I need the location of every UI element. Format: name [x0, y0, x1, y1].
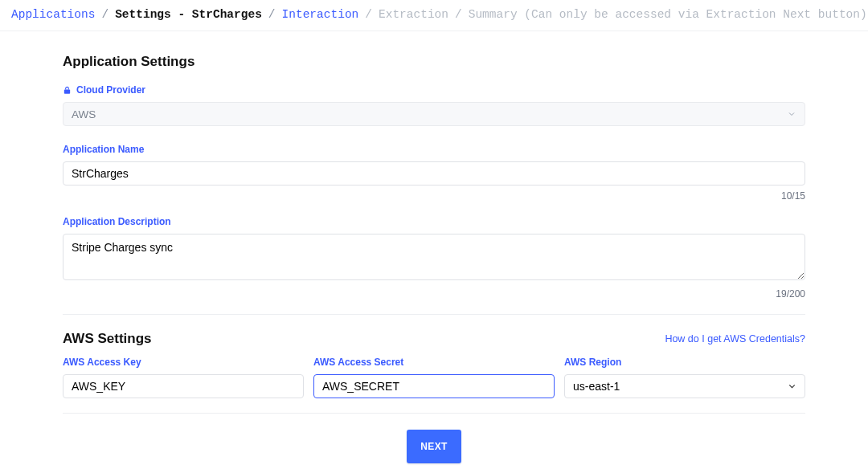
breadcrumb-settings: Settings - StrCharges — [115, 8, 262, 21]
divider — [63, 413, 805, 414]
breadcrumb-interaction[interactable]: Interaction — [282, 8, 359, 21]
chevron-down-icon — [787, 109, 796, 119]
aws-access-secret-input[interactable] — [313, 374, 555, 398]
cloud-provider-label-text: Cloud Provider — [76, 84, 145, 96]
application-name-counter: 10/15 — [63, 190, 805, 202]
aws-settings-title: AWS Settings — [63, 331, 152, 347]
breadcrumb-separator: / — [101, 8, 108, 21]
application-settings-title: Application Settings — [63, 54, 805, 70]
aws-region-select[interactable]: us-east-1 — [564, 374, 805, 398]
breadcrumb-summary: Summary (Can only be accessed via Extrac… — [469, 8, 867, 21]
aws-access-secret-label: AWS Access Secret — [313, 357, 555, 368]
application-description-counter: 19/200 — [63, 288, 805, 300]
application-name-input[interactable] — [63, 161, 805, 186]
svg-rect-0 — [64, 89, 70, 93]
breadcrumb-separator: / — [455, 8, 462, 21]
breadcrumb-separator: / — [268, 8, 276, 21]
application-description-input[interactable]: Stripe Charges sync — [63, 234, 805, 280]
divider — [63, 314, 805, 315]
breadcrumb-applications[interactable]: Applications — [11, 8, 95, 21]
aws-credentials-help-link[interactable]: How do I get AWS Credentials? — [665, 333, 805, 345]
next-button[interactable]: NEXT — [407, 430, 461, 463]
cloud-provider-select: AWS — [63, 102, 805, 126]
aws-region-label: AWS Region — [564, 357, 805, 368]
application-name-label: Application Name — [63, 144, 805, 155]
lock-icon — [63, 86, 72, 95]
breadcrumb-separator: / — [365, 8, 372, 21]
cloud-provider-label: Cloud Provider — [63, 84, 805, 96]
breadcrumb: Applications / Settings - StrCharges / I… — [0, 0, 868, 31]
aws-access-key-label: AWS Access Key — [63, 357, 304, 368]
aws-access-key-input[interactable] — [63, 374, 304, 398]
application-description-label: Application Description — [63, 216, 805, 227]
breadcrumb-extraction: Extraction — [379, 8, 448, 21]
cloud-provider-value: AWS — [72, 108, 96, 120]
page-content: Application Settings Cloud Provider AWS … — [63, 31, 805, 463]
